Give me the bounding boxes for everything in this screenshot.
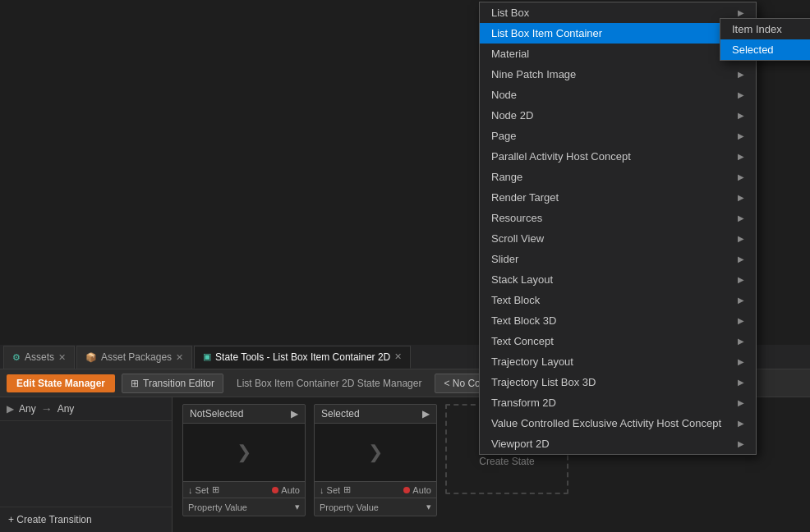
context-menu-item-label: List Box Item Container: [491, 27, 602, 39]
tab-asset-packages-label: Asset Packages: [101, 351, 172, 363]
state-card-selected-body[interactable]: ❯: [315, 424, 436, 481]
create-transition-label: + Create Transition: [8, 514, 92, 525]
context-menu-item-label: Node: [491, 89, 517, 101]
tab-assets[interactable]: ⚙ Assets ✕: [3, 346, 75, 369]
context-menu-item[interactable]: Value Controlled Exclusive Activity Host…: [480, 413, 756, 433]
context-menu-item-label: Trajectory Layout: [491, 355, 573, 368]
context-menu-item[interactable]: Node▶: [480, 85, 756, 105]
transition-arrow-icon: →: [41, 402, 53, 415]
tab-assets-label: Assets: [25, 351, 54, 363]
context-menu-arrow-icon: ▶: [738, 172, 744, 181]
context-menu-arrow-icon: ▶: [738, 419, 744, 428]
context-menu-item-label: Stack Layout: [491, 273, 553, 286]
context-menu-item[interactable]: Viewport 2D▶: [480, 433, 756, 454]
context-menu-item[interactable]: Node 2D▶: [480, 105, 756, 126]
context-menu-item[interactable]: Page▶: [480, 126, 756, 146]
notselected-set-label[interactable]: ↓ Set: [188, 485, 209, 495]
transition-editor-label: Transition Editor: [143, 378, 214, 389]
context-menu-item[interactable]: Resources▶: [480, 208, 756, 228]
transition-panel: ▶ Any → Any + Create Transition: [0, 397, 173, 532]
context-menu-item[interactable]: Render Target▶: [480, 187, 756, 208]
tab-state-tools[interactable]: ▣ State Tools - List Box Item Container …: [194, 346, 411, 369]
selected-set-label[interactable]: ↓ Set: [320, 485, 340, 495]
state-selected-arrow: ❯: [368, 442, 383, 463]
context-menu-item-label: Node 2D: [491, 109, 533, 122]
context-menu-item[interactable]: Transform 2D▶: [480, 392, 756, 413]
context-menu-item[interactable]: Text Block 3D▶: [480, 310, 756, 331]
context-menu-item-label: Scroll View: [491, 232, 544, 245]
context-menu-item[interactable]: Trajectory List Box 3D▶: [480, 372, 756, 392]
play-button[interactable]: ▶: [7, 403, 14, 415]
context-menu-item-label: Resources: [491, 212, 542, 224]
state-card-notselected-footer: ↓ Set ⊞ Auto: [183, 481, 305, 498]
context-menu-arrow-icon: ▶: [738, 152, 744, 161]
context-menu-arrow-icon: ▶: [738, 213, 744, 222]
notselected-keyframe-icon[interactable]: ⊞: [212, 484, 219, 495]
context-menu-arrow-icon: ▶: [738, 337, 744, 346]
context-menu-items: List Box▶List Box Item Container▶Materia…: [480, 2, 756, 454]
state-notselected-name: NotSelected: [190, 408, 243, 420]
context-menu-item[interactable]: Stack Layout▶: [480, 269, 756, 290]
state-card-selected: Selected ▶ ❯ ↓ Set ⊞ Auto Property Value…: [314, 404, 437, 516]
context-menu-arrow-icon: ▶: [738, 296, 744, 305]
context-menu-arrow-icon: ▶: [738, 275, 744, 284]
assets-tab-icon: ⚙: [12, 352, 21, 363]
sub-menu-item[interactable]: Item Index: [720, 19, 810, 39]
state-selected-play[interactable]: ▶: [422, 408, 430, 420]
selected-keyframe-icon[interactable]: ⊞: [343, 484, 351, 495]
state-card-notselected-header: NotSelected ▶: [183, 405, 305, 424]
state-card-notselected-body[interactable]: ❯: [183, 424, 305, 481]
sub-menu-item[interactable]: Selected: [720, 39, 810, 60]
tab-state-tools-label: State Tools - List Box Item Container 2D: [215, 351, 390, 363]
context-menu-arrow-icon: ▶: [738, 70, 744, 79]
context-menu-item[interactable]: Text Block▶: [480, 290, 756, 310]
transition-from-label: Any: [19, 403, 36, 415]
context-menu-arrow-icon: ▶: [738, 398, 744, 407]
context-menu-arrow-icon: ▶: [738, 234, 744, 243]
context-menu-item[interactable]: Scroll View▶: [480, 228, 756, 249]
context-menu-item[interactable]: Parallel Activity Host Concept▶: [480, 146, 756, 167]
selected-set-area: ↓ Set ⊞: [320, 484, 351, 495]
create-transition-button[interactable]: + Create Transition: [0, 507, 172, 532]
notselected-set-area: ↓ Set ⊞: [188, 484, 219, 495]
tab-asset-packages[interactable]: 📦 Asset Packages ✕: [76, 346, 192, 369]
selected-auto-area: Auto: [403, 485, 431, 495]
state-notselected-play[interactable]: ▶: [291, 408, 298, 420]
tab-assets-close[interactable]: ✕: [58, 352, 66, 363]
context-menu-arrow-icon: ▶: [738, 439, 744, 448]
state-card-selected-header: Selected ▶: [315, 405, 436, 424]
context-menu-item-label: Transform 2D: [491, 397, 556, 409]
tab-asset-packages-close[interactable]: ✕: [176, 352, 183, 363]
context-menu: List Box▶List Box Item Container▶Materia…: [479, 2, 757, 455]
context-menu-item[interactable]: Material▶: [480, 44, 756, 64]
context-menu-arrow-icon: ▶: [738, 316, 744, 325]
create-state-label: Create State: [479, 456, 534, 467]
state-card-notselected: NotSelected ▶ ❯ ↓ Set ⊞ Auto Property Va…: [182, 404, 306, 516]
context-menu-item[interactable]: List Box Item Container▶: [480, 23, 756, 44]
state-card-selected-property[interactable]: Property Value ▾: [315, 498, 436, 516]
state-card-notselected-property[interactable]: Property Value ▾: [183, 498, 305, 516]
transition-editor-button[interactable]: ⊞ Transition Editor: [122, 374, 223, 393]
transition-to-label: Any: [58, 403, 75, 415]
context-menu-arrow-icon: ▶: [738, 357, 744, 366]
context-menu-item-label: Value Controlled Exclusive Activity Host…: [491, 417, 721, 429]
context-menu-item[interactable]: Range▶: [480, 167, 756, 187]
context-menu-item[interactable]: Nine Patch Image▶: [480, 64, 756, 85]
context-menu-item-label: Trajectory List Box 3D: [491, 376, 596, 388]
context-menu-arrow-icon: ▶: [738, 90, 744, 99]
selected-auto-dot: [403, 487, 410, 493]
context-menu-item-label: List Box: [491, 7, 529, 19]
context-menu-item[interactable]: List Box▶: [480, 2, 756, 23]
tab-state-tools-close[interactable]: ✕: [394, 351, 402, 362]
state-card-selected-footer: ↓ Set ⊞ Auto: [315, 481, 436, 498]
transition-editor-icon: ⊞: [131, 378, 139, 389]
state-manager-label: List Box Item Container 2D State Manager: [230, 378, 428, 389]
context-menu-arrow-icon: ▶: [738, 193, 744, 202]
asset-packages-tab-icon: 📦: [85, 352, 97, 363]
notselected-auto-dot: [272, 487, 278, 493]
context-menu-item[interactable]: Slider▶: [480, 249, 756, 269]
context-menu-arrow-icon: ▶: [738, 131, 744, 140]
edit-state-manager-button[interactable]: Edit State Manager: [7, 374, 115, 392]
context-menu-item[interactable]: Trajectory Layout▶: [480, 351, 756, 372]
context-menu-item[interactable]: Text Concept▶: [480, 331, 756, 351]
